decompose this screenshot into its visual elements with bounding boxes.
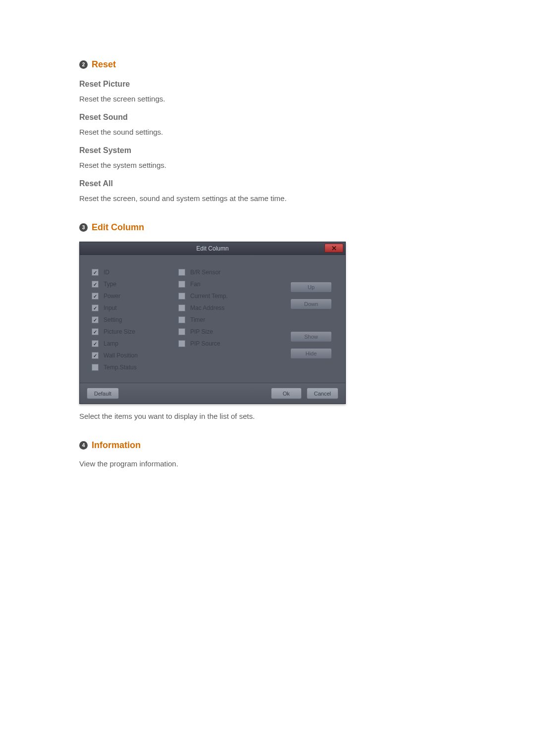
up-button[interactable]: Up — [290, 282, 332, 293]
show-button[interactable]: Show — [290, 331, 332, 342]
checkbox-label: Timer — [190, 316, 205, 323]
list-item[interactable]: Power — [92, 293, 178, 300]
reset-system-heading: Reset System — [79, 146, 456, 155]
list-item[interactable]: Wall Position — [92, 352, 178, 359]
reset-system-desc: Reset the system settings. — [79, 161, 456, 169]
section-header-reset: 2 Reset — [79, 59, 456, 70]
section-header-edit-column: 3 Edit Column — [79, 222, 456, 233]
checkbox-label: Lamp — [104, 340, 118, 347]
checkbox[interactable] — [92, 316, 99, 323]
badge-num: 4 — [79, 441, 88, 450]
checkbox[interactable] — [178, 340, 185, 347]
checkbox[interactable] — [178, 304, 185, 311]
list-item[interactable]: ID — [92, 269, 178, 276]
checkbox-label: B/R Sensor — [190, 269, 220, 276]
dialog-body: ID Type Power Input Setting Picture Size… — [80, 255, 345, 383]
section-title: Reset — [92, 59, 116, 70]
checkbox[interactable] — [178, 316, 185, 323]
checkbox[interactable] — [178, 269, 185, 276]
section-title: Information — [92, 440, 141, 451]
checkbox[interactable] — [178, 281, 185, 288]
ok-button[interactable]: Ok — [271, 388, 302, 399]
information-desc: View the program information. — [79, 459, 456, 468]
checkbox[interactable] — [92, 364, 99, 371]
column-right: Up Down Show Hide — [275, 269, 332, 371]
checkbox[interactable] — [92, 352, 99, 359]
edit-column-dialog: Edit Column ✕ ID Type Power Input Settin… — [79, 242, 346, 404]
list-item[interactable]: B/R Sensor — [178, 269, 275, 276]
checkbox[interactable] — [92, 328, 99, 335]
reset-all-desc: Reset the screen, sound and system setti… — [79, 194, 456, 202]
checkbox[interactable] — [178, 293, 185, 300]
checkbox[interactable] — [92, 340, 99, 347]
list-item[interactable]: PIP Size — [178, 328, 275, 335]
section-header-information: 4 Information — [79, 440, 456, 451]
checkbox-label: Power — [104, 293, 120, 300]
badge-num: 3 — [79, 223, 88, 232]
badge-num: 2 — [79, 60, 88, 69]
checkbox[interactable] — [92, 269, 99, 276]
list-item[interactable]: Current Temp. — [178, 293, 275, 300]
column-left: ID Type Power Input Setting Picture Size… — [92, 269, 178, 371]
list-item[interactable]: Lamp — [92, 340, 178, 347]
dialog-footer: Default Ok Cancel — [80, 383, 345, 403]
close-button[interactable]: ✕ — [324, 244, 343, 252]
checkbox-label: Fan — [190, 281, 201, 288]
checkbox[interactable] — [92, 304, 99, 311]
list-item[interactable]: Input — [92, 304, 178, 311]
checkbox[interactable] — [92, 281, 99, 288]
checkbox[interactable] — [178, 328, 185, 335]
checkbox-label: PIP Source — [190, 340, 220, 347]
list-item[interactable]: Setting — [92, 316, 178, 323]
list-item[interactable]: Timer — [178, 316, 275, 323]
columns-area: ID Type Power Input Setting Picture Size… — [80, 269, 345, 371]
reset-picture-heading: Reset Picture — [79, 80, 456, 89]
list-item[interactable]: Fan — [178, 281, 275, 288]
section-title: Edit Column — [92, 222, 144, 233]
reset-picture-desc: Reset the screen settings. — [79, 95, 456, 103]
checkbox-label: PIP Size — [190, 328, 213, 335]
checkbox-label: Setting — [104, 316, 122, 323]
reset-sound-desc: Reset the sound settings. — [79, 128, 456, 136]
list-item[interactable]: Mac Address — [178, 304, 275, 311]
reset-all-heading: Reset All — [79, 179, 456, 188]
default-button[interactable]: Default — [87, 388, 119, 399]
down-button[interactable]: Down — [290, 299, 332, 309]
checkbox-label: Picture Size — [104, 328, 135, 335]
list-item[interactable]: Picture Size — [92, 328, 178, 335]
checkbox-label: Mac Address — [190, 304, 224, 311]
checkbox-label: Type — [104, 281, 116, 288]
dialog-titlebar: Edit Column ✕ — [80, 242, 345, 255]
list-item[interactable]: Temp.Status — [92, 364, 178, 371]
edit-column-desc: Select the items you want to display in … — [79, 412, 456, 420]
checkbox-label: Temp.Status — [104, 364, 137, 371]
list-item[interactable]: Type — [92, 281, 178, 288]
checkbox-label: Current Temp. — [190, 293, 228, 300]
list-item[interactable]: PIP Source — [178, 340, 275, 347]
reset-sound-heading: Reset Sound — [79, 113, 456, 122]
close-icon: ✕ — [331, 245, 337, 252]
dialog-title: Edit Column — [196, 245, 228, 252]
checkbox-label: Input — [104, 304, 117, 311]
footer-right: Ok Cancel — [271, 388, 338, 399]
checkbox-label: Wall Position — [104, 352, 138, 359]
column-mid: B/R Sensor Fan Current Temp. Mac Address… — [178, 269, 275, 371]
cancel-button[interactable]: Cancel — [307, 388, 338, 399]
checkbox[interactable] — [92, 293, 99, 300]
hide-button[interactable]: Hide — [290, 348, 332, 359]
checkbox-label: ID — [104, 269, 109, 276]
